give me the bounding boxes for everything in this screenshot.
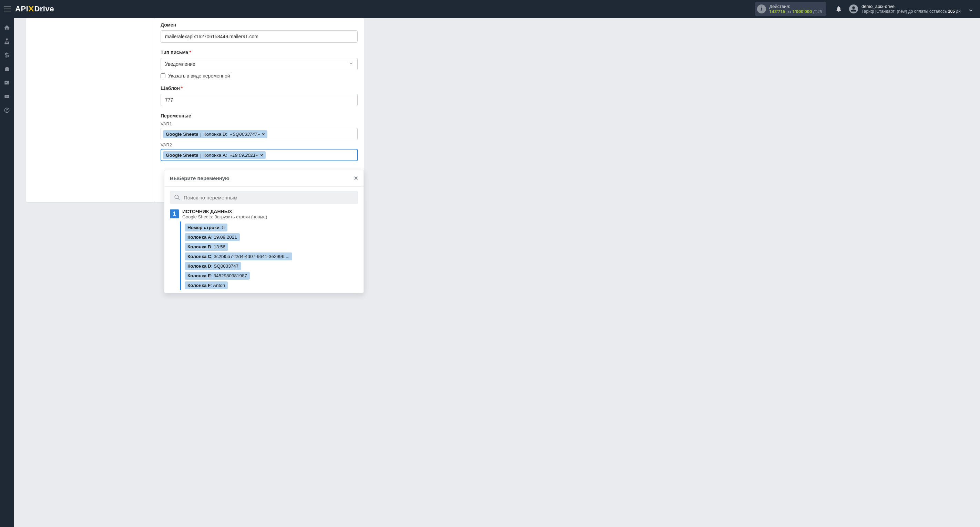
avatar — [849, 5, 858, 13]
var2-chip[interactable]: Google Sheets | Колонка A: «19.09.2021» … — [163, 151, 266, 159]
domain-input[interactable] — [161, 30, 358, 43]
letter-type-as-variable[interactable]: Указать в виде переменной — [161, 73, 358, 79]
logo-x: X — [28, 5, 34, 13]
topbar: API X Drive i Действия: 142'715 из 1'000… — [0, 0, 980, 18]
actions-label: Действия: — [770, 4, 822, 9]
var2-field[interactable]: Google Sheets | Колонка A: «19.09.2021» … — [161, 149, 358, 161]
home-icon — [4, 24, 10, 31]
picker-var-chip[interactable]: Колонка F: Anton — [185, 281, 228, 289]
sidebar-billing[interactable] — [0, 48, 14, 62]
svg-rect-0 — [6, 39, 8, 40]
sidebar-home[interactable] — [0, 21, 14, 35]
chevron-down-icon: ⌄ — [967, 5, 974, 13]
picker-searchbox[interactable] — [170, 191, 358, 204]
youtube-icon — [4, 93, 10, 100]
var1-chip[interactable]: Google Sheets | Колонка D: «SQ0033747» × — [163, 130, 267, 138]
picker-var-chip[interactable]: Колонка E: 3452980981987 — [185, 272, 250, 280]
sidebar — [0, 18, 14, 527]
variable-picker: Выберите переменную × 1 ИСТОЧНИК ДАННЫХ … — [164, 170, 364, 293]
letter-type-checkbox[interactable] — [161, 73, 165, 78]
sidebar-briefcase[interactable] — [0, 62, 14, 76]
sitemap-icon — [4, 38, 10, 44]
picker-source-num: 1 — [170, 210, 179, 218]
user-tariff: Тариф |Стандарт| (new) до оплаты осталос… — [861, 9, 961, 14]
svg-rect-2 — [6, 43, 8, 44]
id-card-icon — [4, 79, 10, 86]
svg-rect-3 — [8, 43, 9, 44]
actions-extra: (149 — [813, 9, 822, 14]
picker-body[interactable]: 1 ИСТОЧНИК ДАННЫХ Google Sheets: Загрузи… — [164, 207, 364, 293]
user-name: demo_apix-drive — [861, 4, 961, 9]
var1-label: VAR1 — [161, 121, 358, 126]
bell-icon — [835, 5, 842, 13]
main-content: Домен Тип письма* Указать в виде перемен… — [14, 18, 980, 527]
picker-source-sub: Google Sheets: Загрузить строки (новые) — [182, 214, 267, 219]
actions-counter[interactable]: i Действия: 142'715 из 1'000'000 (149 — [755, 2, 826, 16]
info-icon: i — [757, 5, 766, 13]
svg-rect-1 — [5, 43, 6, 44]
briefcase-icon — [4, 66, 10, 72]
logo-drive: Drive — [34, 5, 54, 13]
help-icon — [4, 107, 10, 113]
logo-api: API — [15, 5, 28, 13]
picker-var-chip[interactable]: Номер строки: 5 — [185, 224, 228, 232]
variables-label: Переменные — [161, 113, 358, 119]
var1-field[interactable]: Google Sheets | Колонка D: «SQ0033747» × — [161, 128, 358, 140]
letter-type-label: Тип письма* — [161, 49, 358, 55]
picker-source-title: ИСТОЧНИК ДАННЫХ — [182, 209, 267, 214]
var1-chip-remove[interactable]: × — [262, 132, 265, 137]
domain-label: Домен — [161, 22, 358, 27]
left-panel — [26, 18, 154, 202]
actions-of: из — [787, 9, 791, 14]
picker-var-chip[interactable]: Колонка A: 19.09.2021 — [185, 233, 240, 241]
sidebar-contacts[interactable] — [0, 76, 14, 90]
template-input[interactable] — [161, 94, 358, 106]
svg-point-5 — [5, 82, 6, 83]
letter-type-select[interactable] — [161, 58, 358, 70]
picker-title: Выберите переменную — [170, 175, 229, 181]
dollar-icon — [4, 52, 10, 58]
hamburger-menu[interactable] — [3, 4, 13, 14]
sidebar-help[interactable] — [0, 103, 14, 117]
picker-var-chip[interactable]: Колонка B: 13:56 — [185, 243, 228, 251]
sidebar-connections[interactable] — [0, 35, 14, 48]
search-icon — [174, 194, 180, 200]
actions-count: 142'715 — [770, 9, 785, 14]
svg-rect-4 — [5, 81, 9, 85]
user-icon — [850, 6, 857, 12]
picker-var-chip[interactable]: Колонка C: 3c2bf5a7-f2d4-4d07-9641-3e299… — [185, 252, 292, 260]
picker-search-input[interactable] — [184, 195, 354, 200]
picker-close[interactable]: × — [354, 174, 358, 182]
var2-label: VAR2 — [161, 142, 358, 148]
logo[interactable]: API X Drive — [15, 5, 54, 13]
letter-type-value[interactable] — [161, 58, 358, 70]
sidebar-video[interactable] — [0, 90, 14, 103]
picker-var-chip[interactable]: Колонка D: SQ0033747 — [185, 262, 241, 270]
template-label: Шаблон* — [161, 86, 358, 91]
user-menu[interactable]: demo_apix-drive Тариф |Стандарт| (new) д… — [849, 4, 974, 14]
var2-chip-remove[interactable]: × — [260, 152, 263, 158]
picker-source: 1 ИСТОЧНИК ДАННЫХ Google Sheets: Загрузи… — [170, 207, 358, 221]
actions-limit: 1'000'000 — [792, 9, 812, 14]
notifications-button[interactable] — [832, 5, 845, 13]
